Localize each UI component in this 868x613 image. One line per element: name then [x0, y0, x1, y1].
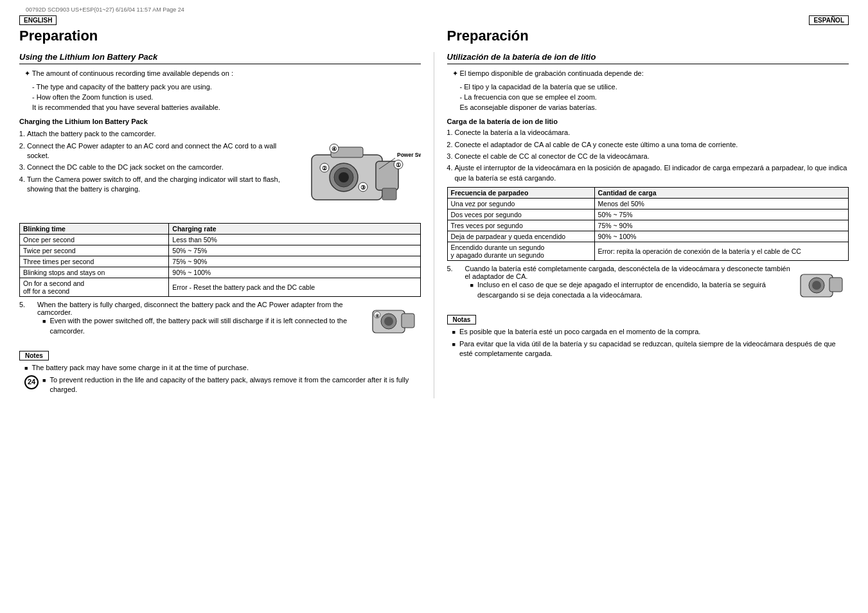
svg-rect-19 — [402, 314, 414, 328]
step-4: Turn the Camera power switch to off, and… — [27, 175, 286, 195]
two-col-header: ENGLISH Preparation ESPAÑOL Preparación — [19, 15, 849, 49]
spanish-step-1: Conecte la batería a la videocámara. — [455, 128, 849, 138]
camcorder-image: ② ③ ④ ① Power Switch — [292, 129, 421, 219]
english-table: Blinking time Charging rate Once per sec… — [19, 223, 421, 297]
svg-text:④: ④ — [332, 146, 337, 152]
table-row: Una vez por segundo Menos del 50% — [447, 199, 849, 209]
spanish-step5-area: 5. Cuando la batería esté completamente … — [447, 265, 849, 310]
spanish-step5-number: 5. — [447, 265, 460, 272]
camcorder-svg: ② ③ ④ ① Power Switch — [292, 129, 421, 219]
spanish-steps-1to4: Conecte la batería a la videocámara. Con… — [455, 128, 849, 183]
spanish-column: Utilización de la batería de ion de liti… — [434, 52, 849, 398]
notes-box: Notes — [19, 351, 49, 360]
power-switch-label: Power Switch — [397, 152, 421, 158]
note-2-row: 24 To prevent reduction in the life and … — [24, 375, 421, 397]
spanish-step-2: Conecte el adaptador de CA al cable de C… — [455, 140, 849, 150]
note-2: To prevent reduction in the life and cap… — [42, 375, 421, 395]
note-1: The battery pack may have some charge in… — [24, 363, 421, 373]
svg-rect-6 — [382, 188, 396, 200]
english-charging-header: Charging the Lithium Ion Battery Pack — [19, 118, 421, 125]
table-header-rate: Charging rate — [169, 224, 420, 235]
spanish-dash-1: - El tipo y la capacidad de la batería q… — [460, 82, 849, 93]
step-3: Connect the DC cable to the DC jack sock… — [27, 163, 286, 172]
spanish-step5-content: Cuando la batería esté completamente car… — [465, 265, 793, 302]
table-row: Blinking stops and stays on 90% ~ 100% — [20, 267, 421, 278]
spanish-title: Preparación — [447, 28, 849, 44]
english-dash-2: - How often the Zoom function is used. — [32, 92, 421, 103]
step5-content: When the battery is fully charged, disco… — [37, 301, 364, 338]
spanish-step-4: Ajuste el interruptor de la videocámara … — [455, 163, 849, 183]
spanish-table-header-freq: Frecuencia de parpadeo — [447, 188, 594, 199]
svg-text:④: ④ — [375, 314, 380, 318]
spanish-note-2: Para evitar que la vida útil de la bater… — [452, 339, 849, 359]
spanish-step5-text: Cuando la batería esté completamente car… — [465, 265, 793, 280]
english-header: ENGLISH Preparation — [19, 15, 434, 49]
table-header-blink: Blinking time — [20, 224, 169, 235]
english-badge: ENGLISH — [19, 15, 57, 25]
step-2: Connect the AC Power adapter to an AC co… — [27, 141, 286, 161]
charging-area: Attach the battery pack to the camcorder… — [19, 129, 421, 219]
english-title: Preparation — [19, 28, 421, 44]
page-number-badge: 24 — [24, 375, 39, 389]
table-row: Dos veces por segundo 50% ~ 75% — [447, 209, 849, 220]
camcorder2-image: ④ — [369, 301, 421, 346]
table-row: On for a second andoff for a second Erro… — [20, 278, 421, 297]
english-intro-bullet: ✦ The amount of continuous recording tim… — [24, 68, 421, 79]
camcorder2-svg: ④ — [369, 301, 421, 346]
spanish-charging-header: Carga de la batería de ion de litio — [447, 118, 849, 125]
english-intro-note: It is recommended that you have several … — [32, 103, 421, 112]
table-row: Tres veces por segundo 75% ~ 90% — [447, 220, 849, 231]
spanish-table-header-carga: Cantidad de carga — [594, 188, 848, 199]
step5-area: 5. When the battery is fully charged, di… — [19, 301, 421, 346]
spanish-camcorder2-image — [797, 265, 849, 310]
spanish-table: Frecuencia de parpadeo Cantidad de carga… — [447, 187, 849, 261]
svg-text:③: ③ — [360, 184, 366, 191]
step5-text: When the battery is fully charged, disco… — [37, 301, 364, 316]
page-wrapper: 00792D SCD903 US+ESP(01~27) 6/16/04 11:5… — [0, 0, 868, 613]
top-bar: 00792D SCD903 US+ESP(01~27) 6/16/04 11:5… — [19, 6, 849, 13]
svg-rect-25 — [829, 278, 842, 292]
spanish-badge: ESPAÑOL — [809, 15, 849, 25]
spanish-step5-bullet: Incluso en el caso de que se deje apagad… — [470, 280, 793, 300]
spanish-camcorder2-svg — [797, 265, 849, 310]
spanish-intro-bullet: ✦ El tiempo disponible de grabación cont… — [452, 68, 849, 79]
step5-bullet: Even with the power switched off, the ba… — [42, 316, 364, 336]
english-dash-1: - The type and capacity of the battery p… — [32, 82, 421, 93]
table-row: Deja de parpadear y queda encendido 90% … — [447, 231, 849, 242]
table-row: Three times per second 75% ~ 90% — [20, 256, 421, 267]
english-subtitle: Using the Lithium Ion Battery Pack — [19, 52, 421, 64]
svg-text:①: ① — [396, 162, 401, 168]
table-row: Encendido durante un segundoy apagado du… — [447, 242, 849, 261]
spanish-header: ESPAÑOL Preparación — [434, 15, 849, 49]
english-column: Using the Lithium Ion Battery Pack ✦ The… — [19, 52, 434, 398]
svg-point-3 — [339, 172, 349, 182]
english-steps-1to4: Attach the battery pack to the camcorder… — [27, 129, 286, 196]
step-1: Attach the battery pack to the camcorder… — [27, 129, 286, 139]
step5-number: 5. — [19, 301, 32, 308]
spanish-intro-note: Es aconsejable disponer de varias baterí… — [460, 103, 849, 112]
spanish-step-3: Conecte el cable de CC al conector de CC… — [455, 152, 849, 161]
svg-text:②: ② — [322, 165, 327, 172]
spanish-note-1: Es posible que la batería esté un poco c… — [452, 327, 849, 337]
spanish-dash-2: - La frecuencia con que se emplee el zoo… — [460, 92, 849, 103]
svg-point-24 — [812, 281, 821, 290]
table-row: Twice per second 50% ~ 75% — [20, 245, 421, 256]
spanish-notes-box: Notas — [447, 315, 477, 324]
topbar-text: 00792D SCD903 US+ESP(01~27) 6/16/04 11:5… — [26, 6, 184, 13]
content-area: Using the Lithium Ion Battery Pack ✦ The… — [19, 52, 849, 398]
spanish-subtitle: Utilización de la batería de ion de liti… — [447, 52, 849, 64]
table-row: Once per second Less than 50% — [20, 235, 421, 245]
svg-point-18 — [384, 317, 393, 326]
